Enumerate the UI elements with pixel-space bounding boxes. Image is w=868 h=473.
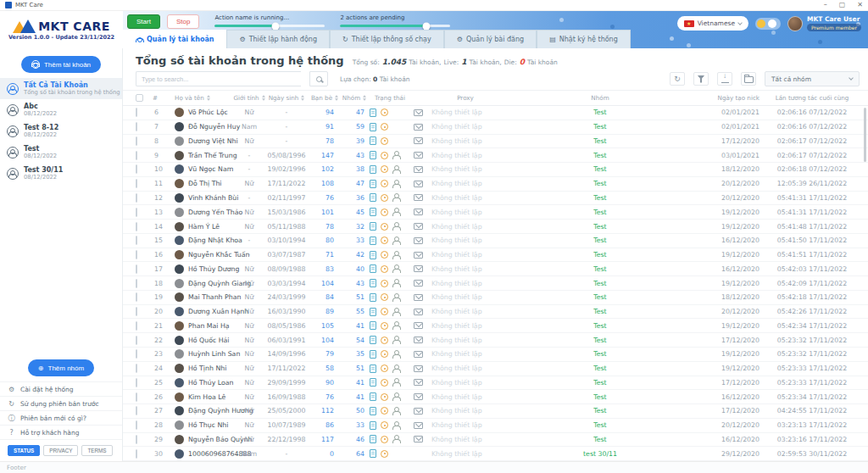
group-name[interactable]: test 30/11 xyxy=(520,450,680,458)
groups-count[interactable]: 59 xyxy=(339,123,370,131)
search-input[interactable] xyxy=(136,71,301,86)
groups-count[interactable]: 43 xyxy=(339,280,370,287)
table-row[interactable]: 25Hồ Thúy LoanNữ29/09/19999041Không thiế… xyxy=(123,376,868,391)
group-name[interactable]: Test xyxy=(520,350,680,358)
add-group-button[interactable]: ⊕ Thêm nhóm xyxy=(28,359,94,376)
row-checkbox[interactable] xyxy=(136,435,137,444)
friends-count[interactable]: 117 xyxy=(310,436,339,443)
group-name[interactable]: Test xyxy=(520,322,680,330)
tab-4[interactable]: ⚙Quản lý bài đăng xyxy=(444,30,537,48)
friends-count[interactable]: 104 xyxy=(310,280,339,287)
friends-count[interactable]: 76 xyxy=(310,194,339,202)
row-checkbox[interactable] xyxy=(136,136,137,146)
friends-count[interactable]: 84 xyxy=(310,293,339,301)
table-row[interactable]: 30100060968764888Nam-064Không thiết lậpt… xyxy=(123,447,868,461)
row-checkbox[interactable] xyxy=(136,378,137,387)
terms-button[interactable]: TERMS xyxy=(81,445,112,456)
sidebar-link-info[interactable]: ⓘPhiên bản mới có gì? xyxy=(0,411,122,426)
group-name[interactable]: Test xyxy=(520,364,680,372)
table-row[interactable]: 27Đặng Quỳnh HươngNữ25/05/200011250Không… xyxy=(123,404,868,419)
table-row[interactable]: 23Huỳnh Linh SanNữ14/09/19967935Không th… xyxy=(123,348,868,362)
row-checkbox[interactable] xyxy=(136,321,137,331)
privacy-button[interactable]: PRIVACY xyxy=(43,445,78,456)
groups-count[interactable]: 64 xyxy=(339,450,370,458)
groups-count[interactable]: 47 xyxy=(339,109,370,116)
sidebar-link-support[interactable]: ?Hỗ trợ khách hàng xyxy=(0,426,122,440)
friends-count[interactable]: 0 xyxy=(310,450,339,458)
groups-count[interactable]: 43 xyxy=(339,152,370,159)
start-button[interactable]: Start xyxy=(127,14,160,29)
group-name[interactable]: Test xyxy=(520,194,680,202)
table-row[interactable]: 22Hồ Quốc HảiNữ06/03/199110454Không thiế… xyxy=(123,333,868,348)
table-row[interactable]: 18Đặng Quỳnh GiangNữ03/03/199410443Không… xyxy=(123,276,868,291)
table-row[interactable]: 10Vũ Ngọc Nam-19/02/199610238Không thiết… xyxy=(123,163,868,177)
tab-5[interactable]: ▤Nhật ký hệ thống xyxy=(537,30,631,48)
group-name[interactable]: Test xyxy=(520,393,680,401)
table-row[interactable]: 6Võ Phúc LộcNữ-9447Không thiết lậpTest02… xyxy=(123,106,868,120)
groups-count[interactable]: 33 xyxy=(339,421,370,429)
folder-icon[interactable] xyxy=(741,72,756,86)
refresh-icon[interactable]: ↻ xyxy=(670,72,685,86)
row-checkbox[interactable] xyxy=(136,349,137,359)
group-name[interactable]: Test xyxy=(520,209,680,216)
groups-count[interactable]: 39 xyxy=(339,137,370,145)
friends-count[interactable]: 112 xyxy=(310,407,339,415)
sidebar-item-t-t-c-t-i-kho-n[interactable]: Tất Cả Tài KhoảnTổng số tài khoản trong … xyxy=(0,78,122,99)
table-row[interactable]: 8Dương Việt NhiNữ-7839Không thiết lậpTes… xyxy=(123,135,868,149)
groups-count[interactable]: 33 xyxy=(339,236,370,244)
table-row[interactable]: 28Hồ Thục NhiNữ10/07/19898633Không thiết… xyxy=(123,419,868,433)
row-checkbox[interactable] xyxy=(136,292,137,302)
group-name[interactable]: Test xyxy=(520,180,680,187)
group-name[interactable]: Test xyxy=(520,137,680,145)
friends-count[interactable]: 71 xyxy=(310,251,339,259)
table-scrollbar[interactable] xyxy=(864,108,866,162)
row-checkbox[interactable] xyxy=(136,222,137,231)
filter-icon[interactable] xyxy=(693,72,709,86)
friends-count[interactable]: 76 xyxy=(310,393,339,401)
row-checkbox[interactable] xyxy=(136,151,137,160)
table-row[interactable]: 19Mai Thanh PhanNữ24/03/19998451Không th… xyxy=(123,291,868,305)
row-checkbox[interactable] xyxy=(136,406,137,415)
table-row[interactable]: 21Phan Mai HạNữ08/05/198610541Không thiế… xyxy=(123,319,868,333)
search-button[interactable] xyxy=(309,71,328,86)
column-header-h-v-t-n[interactable]: Họ và tên xyxy=(175,94,236,102)
column-header-nh-m[interactable]: Nhóm xyxy=(339,94,370,102)
groups-count[interactable]: 32 xyxy=(339,223,370,231)
friends-count[interactable]: 58 xyxy=(310,364,339,372)
group-name[interactable]: Test xyxy=(520,421,680,429)
groups-count[interactable]: 50 xyxy=(339,407,370,415)
groups-count[interactable]: 41 xyxy=(339,322,370,330)
friends-count[interactable]: 147 xyxy=(310,152,339,159)
sidebar-item-test-30-11[interactable]: Test 30/1108/12/2022 xyxy=(0,163,122,184)
column-header-ng-y-sinh[interactable]: Ngày sinh xyxy=(263,94,310,102)
row-checkbox[interactable] xyxy=(136,336,137,345)
groups-count[interactable]: 51 xyxy=(339,364,370,372)
row-checkbox[interactable] xyxy=(136,364,137,373)
table-row[interactable]: 12Vinh Khánh Bùi-02/11/19977636Không thi… xyxy=(123,192,868,206)
close-button[interactable]: ✕ xyxy=(857,1,863,9)
group-name[interactable]: Test xyxy=(520,436,680,443)
group-name[interactable]: Test xyxy=(520,251,680,259)
groups-count[interactable]: 41 xyxy=(339,379,370,387)
table-row[interactable]: 15Đặng Nhật Khoa-03/10/19948033Không thi… xyxy=(123,234,868,248)
select-all-checkbox[interactable] xyxy=(136,94,143,102)
tab-3[interactable]: ↻Thiết lập thông số chạy xyxy=(330,30,444,48)
group-name[interactable]: Test xyxy=(520,109,680,116)
friends-count[interactable]: 102 xyxy=(310,165,339,173)
table-row[interactable]: 24Hồ Tịnh NhiNữ17/11/20225851Không thiết… xyxy=(123,362,868,376)
group-name[interactable]: Test xyxy=(520,165,680,173)
sort-icon[interactable] xyxy=(301,95,304,101)
row-checkbox[interactable] xyxy=(136,264,137,274)
row-checkbox[interactable] xyxy=(136,122,137,131)
group-name[interactable]: Test xyxy=(520,337,680,344)
friends-count[interactable]: 108 xyxy=(310,180,339,187)
groups-count[interactable]: 40 xyxy=(339,265,370,273)
friends-count[interactable]: 83 xyxy=(310,265,339,273)
row-checkbox[interactable] xyxy=(136,193,137,203)
group-name[interactable]: Test xyxy=(520,265,680,273)
groups-count[interactable]: 55 xyxy=(339,308,370,315)
friends-count[interactable]: 104 xyxy=(310,337,339,344)
column-header-b-n-b-[interactable]: Bạn bè xyxy=(310,94,339,102)
group-name[interactable]: Test xyxy=(520,236,680,244)
groups-count[interactable]: 51 xyxy=(339,293,370,301)
